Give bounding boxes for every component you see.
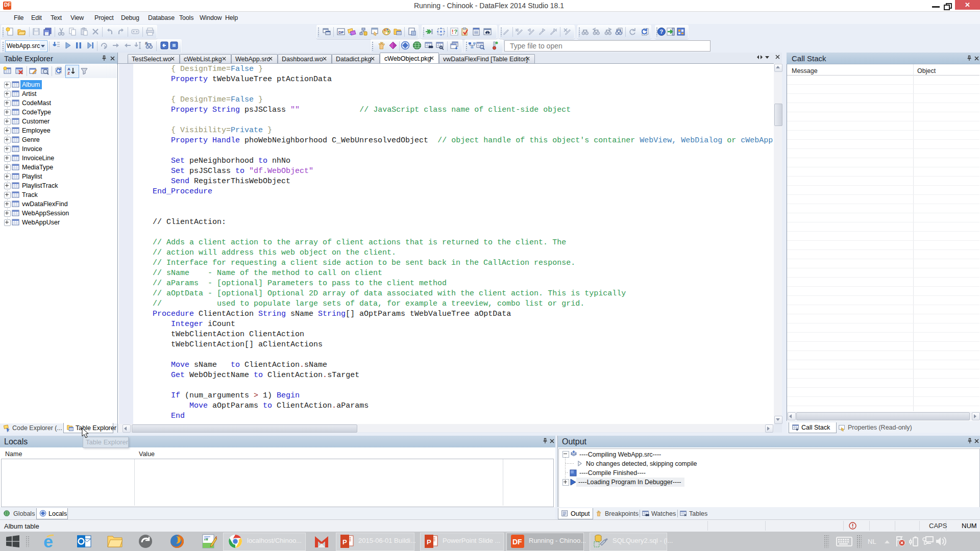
svg-text:?: ? bbox=[660, 29, 664, 35]
svg-text:DF: DF bbox=[512, 538, 522, 546]
svg-text:!: ! bbox=[452, 29, 454, 35]
svg-text:?: ? bbox=[454, 29, 458, 35]
svg-text:P: P bbox=[427, 538, 431, 546]
svg-text:P: P bbox=[342, 538, 347, 546]
svg-text:DF: DF bbox=[338, 30, 344, 35]
svg-text:Z: Z bbox=[67, 71, 70, 76]
